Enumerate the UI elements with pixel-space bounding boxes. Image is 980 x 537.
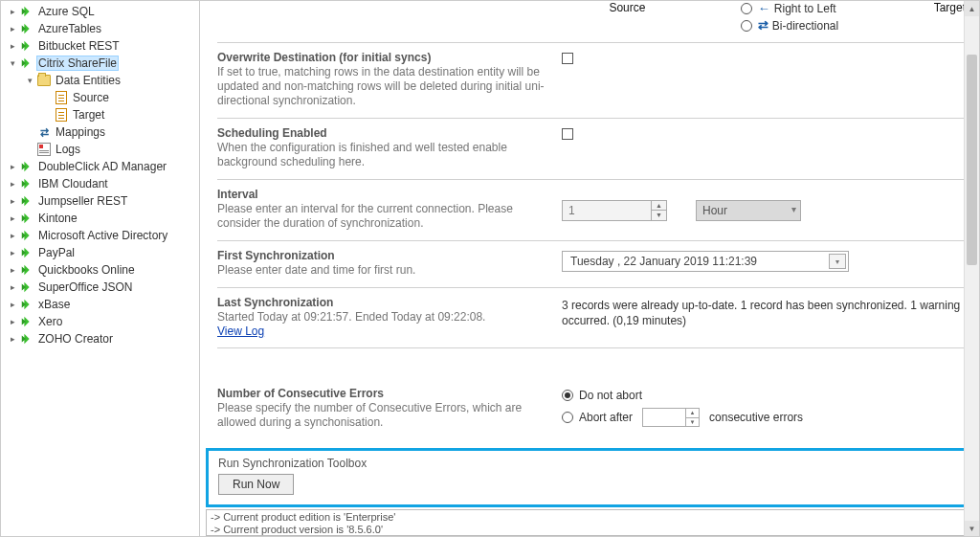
connector-icon — [19, 21, 34, 36]
tree-item-microsoft-active-directory[interactable]: ▸Microsoft Active Directory — [1, 227, 199, 244]
scroll-thumb[interactable] — [967, 55, 977, 265]
interval-unit-select[interactable]: Hour — [696, 200, 801, 221]
run-now-button[interactable]: Run Now — [218, 474, 294, 495]
direction-rtl-radio[interactable]: ← Right to Left — [741, 1, 838, 15]
tree-item-label: Target — [71, 108, 106, 122]
tree-item-paypal[interactable]: ▸PayPal — [1, 244, 199, 261]
chevron-right-icon[interactable]: ▸ — [7, 316, 18, 327]
chevron-right-icon — [41, 92, 53, 103]
connector-icon — [19, 280, 34, 295]
tree-item-mappings[interactable]: ⇄Mappings — [1, 123, 199, 141]
folder-icon — [36, 73, 52, 88]
scroll-up-icon[interactable]: ▲ — [965, 1, 979, 16]
chevron-right-icon — [24, 144, 35, 155]
tree-item-jumpseller-rest[interactable]: ▸Jumpseller REST — [1, 192, 199, 210]
chevron-down-icon[interactable]: ▾ — [7, 57, 18, 69]
tree-item-azuretables[interactable]: ▸AzureTables — [1, 20, 199, 37]
tree-item-xero[interactable]: ▸Xero — [1, 313, 199, 330]
source-header: Source — [609, 1, 645, 14]
chevron-right-icon[interactable]: ▸ — [7, 247, 18, 258]
chevron-right-icon[interactable]: ▸ — [7, 195, 18, 207]
connector-icon — [19, 56, 34, 71]
firstsync-datetime-input[interactable]: Tuesday , 22 January 2019 11:21:39 ▾ — [562, 251, 849, 272]
chevron-right-icon[interactable]: ▸ — [7, 333, 18, 345]
chevron-right-icon[interactable]: ▸ — [7, 264, 18, 276]
vertical-scrollbar[interactable]: ▲ ▼ — [964, 1, 979, 536]
consec-abort-radio[interactable]: Abort after ▲▼ consecutive errors — [562, 408, 803, 427]
connector-icon — [19, 228, 34, 243]
direction-bidi-radio[interactable]: ⇄ Bi-directional — [741, 18, 838, 33]
tree-item-label: DoubleClick AD Manager — [36, 160, 168, 173]
tree-item-doubleclick-ad-manager[interactable]: ▸DoubleClick AD Manager — [1, 158, 199, 175]
document-icon — [54, 90, 69, 105]
tree-item-logs[interactable]: Logs — [1, 141, 199, 158]
overwrite-title: Overwrite Destination (for initial syncs… — [217, 51, 552, 64]
scheduling-checkbox[interactable] — [562, 128, 573, 140]
tree-item-source[interactable]: Source — [1, 89, 199, 106]
connector-icon — [19, 262, 34, 278]
chevron-right-icon[interactable]: ▸ — [7, 23, 18, 34]
log-line: -> Current product version is '8.5.6.0' — [211, 524, 969, 536]
firstsync-sub: Please enter date and time for first run… — [217, 263, 552, 278]
tree-item-label: Xero — [36, 315, 64, 328]
scroll-down-icon[interactable]: ▼ — [965, 521, 979, 536]
dropdown-icon[interactable]: ▾ — [829, 254, 846, 269]
connections-tree[interactable]: ▸Azure SQL▸AzureTables▸Bitbucket REST▾Ci… — [1, 1, 200, 536]
tree-item-label: SuperOffice JSON — [36, 280, 134, 294]
connector-icon — [19, 193, 34, 209]
connector-icon — [19, 211, 34, 226]
tree-item-azure-sql[interactable]: ▸Azure SQL — [1, 3, 199, 20]
view-log-link[interactable]: View Log — [217, 324, 264, 338]
chevron-right-icon[interactable]: ▸ — [7, 213, 18, 224]
chevron-right-icon[interactable]: ▸ — [7, 230, 18, 241]
consec-sub: Please specify the number of Consecutive… — [217, 401, 552, 430]
interval-value-input[interactable]: 1 ▲▼ — [562, 200, 667, 221]
interval-title: Interval — [217, 188, 552, 201]
connector-icon — [19, 331, 34, 347]
chevron-right-icon[interactable]: ▸ — [7, 6, 18, 17]
spin-down-icon[interactable]: ▼ — [686, 418, 699, 427]
scheduling-sub: When the configuration is finished and w… — [217, 141, 552, 169]
chevron-right-icon[interactable]: ▸ — [7, 281, 18, 293]
chevron-right-icon — [24, 126, 35, 138]
tree-item-label: Source — [71, 91, 111, 104]
log-output[interactable]: -> Current product edition is 'Enterpris… — [206, 509, 973, 536]
connector-icon — [19, 314, 34, 329]
document-icon — [54, 107, 69, 123]
tree-item-zoho-creator[interactable]: ▸ZOHO Creator — [1, 330, 199, 347]
consec-abort-count-input[interactable]: ▲▼ — [642, 408, 700, 427]
connector-icon — [19, 38, 34, 54]
spin-up-icon[interactable]: ▲ — [652, 201, 666, 212]
chevron-right-icon[interactable]: ▸ — [7, 178, 18, 190]
tree-item-quickbooks-online[interactable]: ▸Quickbooks Online — [1, 261, 199, 279]
consec-noabort-radio[interactable]: Do not abort — [562, 389, 803, 402]
overwrite-sub: If set to true, matching rows in the dat… — [217, 65, 552, 108]
tree-item-bitbucket-rest[interactable]: ▸Bitbucket REST — [1, 37, 199, 55]
mappings-icon: ⇄ — [36, 124, 52, 140]
chevron-right-icon[interactable]: ▸ — [7, 40, 18, 52]
tree-item-label: xBase — [36, 298, 72, 311]
tree-item-superoffice-json[interactable]: ▸SuperOffice JSON — [1, 279, 199, 296]
chevron-down-icon[interactable]: ▾ — [24, 75, 35, 86]
overwrite-checkbox[interactable] — [562, 53, 573, 64]
chevron-right-icon[interactable]: ▸ — [7, 161, 18, 172]
tree-item-ibm-cloudant[interactable]: ▸IBM Cloudant — [1, 175, 199, 192]
settings-panel: Source ← Right to Left ⇄ Bi-directional … — [200, 1, 979, 536]
tree-item-kintone[interactable]: ▸Kintone — [1, 210, 199, 227]
spin-up-icon[interactable]: ▲ — [686, 409, 699, 418]
tree-item-label: PayPal — [36, 246, 77, 259]
spin-down-icon[interactable]: ▼ — [652, 211, 666, 220]
tree-item-label: Kintone — [36, 212, 79, 225]
log-line: -> Current product edition is 'Enterpris… — [211, 511, 969, 524]
lastsync-title: Last Synchronization — [217, 296, 552, 309]
tree-item-label: Microsoft Active Directory — [36, 229, 169, 242]
tree-item-citrix-sharefile[interactable]: ▾Citrix ShareFile — [1, 55, 199, 72]
scheduling-title: Scheduling Enabled — [217, 126, 552, 140]
arrow-left-icon: ← — [758, 1, 768, 15]
tree-item-data-entities[interactable]: ▾Data Entities — [1, 72, 199, 89]
tree-item-target[interactable]: Target — [1, 106, 199, 123]
tree-item-xbase[interactable]: ▸xBase — [1, 296, 199, 313]
tree-item-label: IBM Cloudant — [36, 177, 110, 190]
tree-item-label: Data Entities — [54, 74, 122, 87]
chevron-right-icon[interactable]: ▸ — [7, 299, 18, 310]
